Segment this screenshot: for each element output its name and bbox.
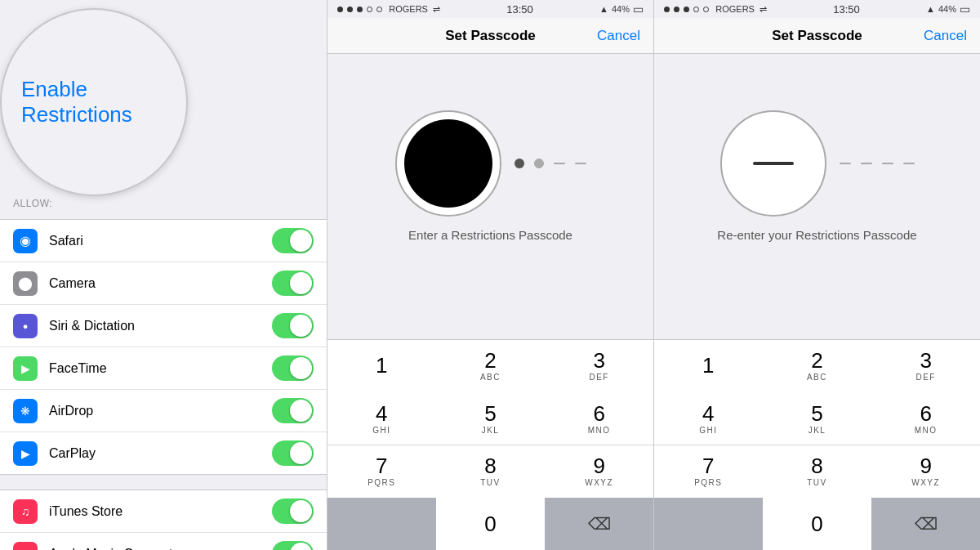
settings-row-safari[interactable]: ◉ Safari bbox=[0, 220, 327, 262]
right-ind-dash-3 bbox=[882, 163, 893, 164]
right-key-2[interactable]: 2ABC bbox=[763, 340, 871, 392]
mid-passcode-filled-dot bbox=[404, 119, 492, 208]
music-label: Apple Music Connect bbox=[49, 547, 272, 551]
signal-dot-3 bbox=[357, 7, 363, 12]
settings-row-airdrop[interactable]: ❋ AirDrop bbox=[0, 390, 327, 432]
right-key-3[interactable]: 3DEF bbox=[871, 340, 980, 392]
right-key-8[interactable]: 8TUV bbox=[763, 445, 871, 498]
mid-carrier-name: ROGERS bbox=[389, 4, 428, 14]
camera-toggle[interactable] bbox=[272, 271, 314, 296]
mid-battery-icon: ▭ bbox=[633, 2, 644, 16]
facetime-icon: ▶ bbox=[13, 356, 38, 381]
right-time: 13:50 bbox=[833, 3, 860, 16]
mid-key-3[interactable]: 3DEF bbox=[545, 340, 653, 392]
right-passcode-dash bbox=[753, 162, 794, 165]
mid-key-8[interactable]: 8TUV bbox=[436, 445, 545, 498]
siri-icon: ● bbox=[13, 314, 38, 338]
mid-cancel-button[interactable]: Cancel bbox=[597, 28, 640, 44]
mid-key-0[interactable]: 0 bbox=[436, 498, 545, 550]
signal-dot-5 bbox=[376, 7, 382, 12]
mid-key-4[interactable]: 4GHI bbox=[327, 392, 436, 445]
settings-row-itunes[interactable]: ♫ iTunes Store bbox=[0, 490, 327, 533]
right-carrier: ROGERS ⇌ bbox=[664, 4, 767, 15]
right-passcode-area: Re-enter your Restrictions Passcode bbox=[654, 54, 980, 339]
settings-row-carplay[interactable]: ▶ CarPlay bbox=[0, 432, 327, 474]
right-key-9[interactable]: 9WXYZ bbox=[871, 445, 980, 498]
safari-toggle[interactable] bbox=[272, 228, 314, 253]
signal-dot-1 bbox=[337, 7, 343, 12]
right-key-4[interactable]: 4GHI bbox=[654, 392, 763, 445]
r-signal-dot-3 bbox=[684, 7, 689, 12]
right-nav-bar: Set Passcode Cancel bbox=[654, 18, 980, 54]
settings-list-1: ◉ Safari ⬤ Camera ● Siri & Dictation ▶ F… bbox=[0, 219, 327, 475]
itunes-toggle[interactable] bbox=[272, 499, 314, 524]
right-passcode-inner bbox=[729, 119, 817, 208]
airdrop-toggle[interactable] bbox=[272, 398, 314, 423]
settings-row-music[interactable]: ♪ Apple Music Connect bbox=[0, 533, 327, 550]
right-key-7[interactable]: 7PQRS bbox=[654, 445, 763, 498]
itunes-label: iTunes Store bbox=[49, 504, 272, 519]
r-signal-dot-4 bbox=[693, 7, 699, 12]
siri-toggle[interactable] bbox=[272, 313, 314, 338]
mid-key-6[interactable]: 6MNO bbox=[545, 392, 653, 445]
safari-icon: ◉ bbox=[13, 229, 38, 253]
mid-ind-dash-2 bbox=[575, 163, 586, 164]
right-nav-title: Set Passcode bbox=[772, 28, 862, 44]
safari-label: Safari bbox=[49, 234, 272, 248]
right-key-delete[interactable]: ⌫ bbox=[871, 498, 980, 550]
right-battery: ▲ 44% ▭ bbox=[926, 2, 970, 16]
right-key-5[interactable]: 5JKL bbox=[763, 392, 871, 445]
right-carrier-name: ROGERS bbox=[715, 4, 755, 14]
camera-label: Camera bbox=[49, 276, 272, 291]
music-toggle[interactable] bbox=[272, 541, 314, 550]
right-delete-icon: ⌫ bbox=[915, 514, 938, 534]
signal-dot-2 bbox=[347, 7, 353, 12]
mid-carrier: ROGERS ⇌ bbox=[337, 4, 440, 15]
mid-key-delete[interactable]: ⌫ bbox=[545, 498, 653, 550]
siri-label: Siri & Dictation bbox=[49, 319, 272, 333]
mid-battery: ▲ 44% ▭ bbox=[599, 2, 644, 16]
mid-ind-dash-1 bbox=[554, 163, 565, 164]
mid-key-7[interactable]: 7PQRS bbox=[327, 445, 436, 498]
allow-section-header: ALLOW: bbox=[0, 191, 327, 212]
mid-key-2[interactable]: 2ABC bbox=[436, 340, 545, 392]
settings-row-siri[interactable]: ● Siri & Dictation bbox=[0, 305, 327, 347]
magnifier-circle: Enable Restrictions bbox=[0, 8, 188, 196]
carplay-icon: ▶ bbox=[13, 441, 38, 466]
right-key-1[interactable]: 1 bbox=[654, 340, 763, 392]
mid-battery-pct: 44% bbox=[612, 4, 630, 14]
mid-ind-dot-1 bbox=[514, 159, 524, 168]
mid-time: 13:50 bbox=[506, 3, 533, 16]
right-key-6[interactable]: 6MNO bbox=[871, 392, 980, 445]
carplay-label: CarPlay bbox=[49, 446, 272, 461]
mid-nav-title: Set Passcode bbox=[445, 28, 536, 44]
carplay-toggle[interactable] bbox=[272, 440, 314, 466]
right-ind-dash-2 bbox=[861, 163, 872, 164]
itunes-icon: ♫ bbox=[13, 499, 38, 524]
right-battery-pct: 44% bbox=[938, 4, 956, 14]
r-signal-dot-2 bbox=[674, 7, 679, 12]
right-key-empty bbox=[654, 498, 763, 550]
mid-delete-icon: ⌫ bbox=[588, 514, 611, 534]
r-signal-dot-1 bbox=[664, 7, 670, 12]
right-key-0[interactable]: 0 bbox=[763, 498, 871, 550]
camera-icon: ⬤ bbox=[13, 271, 38, 296]
music-icon: ♪ bbox=[13, 542, 38, 551]
facetime-toggle[interactable] bbox=[272, 355, 314, 381]
right-passcode-prompt: Re-enter your Restrictions Passcode bbox=[717, 228, 916, 242]
airdrop-icon: ❋ bbox=[13, 399, 38, 423]
settings-row-facetime[interactable]: ▶ FaceTime bbox=[0, 347, 327, 390]
mid-panel: ROGERS ⇌ 13:50 ▲ 44% ▭ Set Passcode Canc… bbox=[327, 0, 653, 550]
mid-key-1[interactable]: 1 bbox=[327, 340, 436, 392]
right-status-bar: ROGERS ⇌ 13:50 ▲ 44% ▭ bbox=[654, 0, 980, 18]
mid-numpad: 1 2ABC 3DEF 4GHI 5JKL 6MNO 7PQRS 8TUV 9W… bbox=[327, 339, 653, 551]
r-signal-dot-5 bbox=[703, 7, 709, 12]
mid-wifi-icon: ⇌ bbox=[433, 4, 440, 15]
right-panel: ROGERS ⇌ 13:50 ▲ 44% ▭ Set Passcode Canc… bbox=[653, 0, 980, 550]
mid-key-9[interactable]: 9WXYZ bbox=[545, 445, 653, 498]
mid-key-5[interactable]: 5JKL bbox=[436, 392, 545, 445]
settings-row-camera[interactable]: ⬤ Camera bbox=[0, 262, 327, 305]
magnifier-title: Enable Restrictions bbox=[21, 77, 167, 127]
right-ind-dash-4 bbox=[903, 163, 915, 164]
right-cancel-button[interactable]: Cancel bbox=[924, 28, 967, 44]
